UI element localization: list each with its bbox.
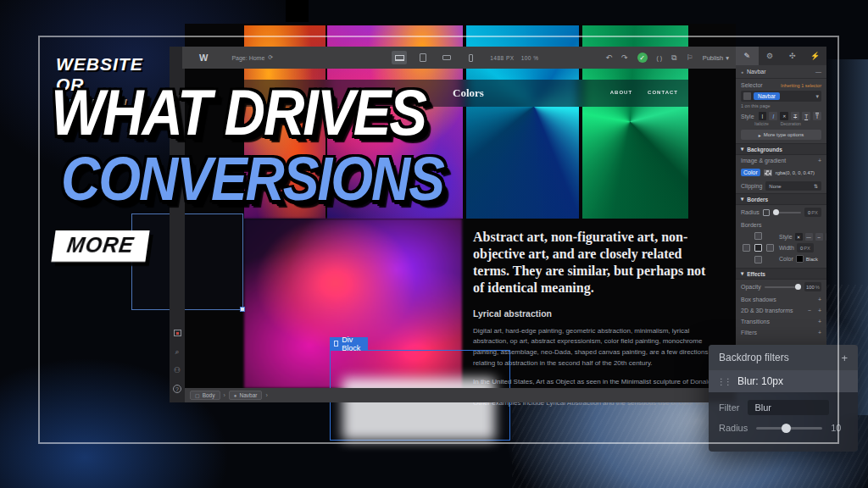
breadcrumb-navbar-label: Navbar xyxy=(239,392,257,398)
canvas-width-value[interactable]: 1488 PX xyxy=(490,55,514,61)
export-code-icon[interactable]: ( ) xyxy=(657,55,663,61)
decoration-strike-button[interactable]: T xyxy=(791,112,799,120)
tab-settings-gear-icon[interactable]: ⚙ xyxy=(759,47,782,65)
caret-right-icon: ▸ xyxy=(759,132,761,138)
help-icon[interactable]: ? xyxy=(172,384,182,394)
decoration-label: Decoration xyxy=(781,121,801,126)
decoration-underline-button[interactable]: T xyxy=(802,112,810,120)
add-filter-icon[interactable]: + xyxy=(818,330,821,336)
undo-icon[interactable]: ↶ xyxy=(605,53,612,62)
mobile-portrait-icon xyxy=(469,54,473,62)
webflow-logo[interactable]: W xyxy=(199,53,208,63)
tablet-icon xyxy=(420,53,426,62)
border-style-dashed-button[interactable]: ╌ xyxy=(815,233,823,241)
backdrop-radius-slider-dot[interactable] xyxy=(782,424,791,433)
tab-interactions-bolt-icon[interactable]: ⚡ xyxy=(804,47,826,65)
about-subheading[interactable]: Lyrical abstraction xyxy=(473,308,719,319)
decoration-overline-button[interactable]: T xyxy=(813,112,821,120)
div-block-badge[interactable]: Div Block xyxy=(330,337,368,350)
site-navbar[interactable]: Colors ABOUT CONTACT xyxy=(244,80,688,107)
decoration-none-button[interactable]: ✕ xyxy=(780,112,788,120)
tab-style-brush-icon[interactable]: ✎ xyxy=(736,47,759,65)
borders-caret-icon: ▾ xyxy=(741,196,743,202)
backdrop-filter-value: Blur xyxy=(754,402,771,413)
publish-label: Publish xyxy=(703,54,724,62)
selected-blur-div[interactable] xyxy=(131,214,243,310)
border-style-solid-button[interactable]: — xyxy=(805,233,813,241)
border-width-box[interactable]: 0 PX xyxy=(797,243,814,252)
video-tutorials-icon[interactable] xyxy=(172,328,182,338)
clipping-label: Clipping xyxy=(741,183,762,189)
nav-link-contact[interactable]: CONTACT xyxy=(648,90,678,95)
more-type-options-label: More type options xyxy=(764,132,804,137)
add-backdrop-filter-icon[interactable]: + xyxy=(841,352,848,364)
selected-element-row: ● Navbar — xyxy=(736,65,826,79)
opacity-slider[interactable] xyxy=(765,286,801,288)
border-all-button[interactable] xyxy=(753,242,764,253)
backdrop-filter-select[interactable]: Blur xyxy=(748,400,829,415)
effects-section-header[interactable]: ▾ Effects xyxy=(736,268,826,280)
about-heading[interactable]: Abstract art, non-figurative art, non-ob… xyxy=(473,229,719,297)
search-icon[interactable]: ⌕ xyxy=(172,347,182,357)
transitions-row: Transitions + xyxy=(736,316,826,327)
device-mobile-landscape-button[interactable] xyxy=(439,51,454,64)
site-brand[interactable]: Colors xyxy=(453,86,484,100)
backdrop-radius-slider[interactable] xyxy=(756,427,822,430)
redo-icon[interactable]: ↷ xyxy=(621,53,628,62)
border-color-swatch[interactable] xyxy=(796,255,804,263)
borders-section-header[interactable]: ▾ Borders xyxy=(736,193,826,205)
radius-value-box[interactable]: 0 PX xyxy=(804,208,821,217)
clipping-select[interactable]: None ⇅ xyxy=(765,181,821,191)
transitions-label: Transitions xyxy=(741,319,770,324)
drag-handle-icon[interactable]: ⋮⋮ xyxy=(717,377,731,386)
selector-field[interactable]: Navbar ▾ xyxy=(741,91,821,102)
breadcrumb-navbar[interactable]: ● Navbar xyxy=(229,391,263,400)
device-mobile-portrait-button[interactable] xyxy=(463,51,478,64)
opacity-label: Opacity xyxy=(741,284,761,290)
device-tablet-button[interactable] xyxy=(415,51,431,64)
more-type-options-button[interactable]: ▸ More type options xyxy=(741,130,821,140)
border-top-button[interactable] xyxy=(753,230,764,241)
publish-button[interactable]: Publish ▾ xyxy=(703,54,729,62)
device-desktop-button[interactable] xyxy=(392,51,407,64)
radius-all-corners-icon[interactable] xyxy=(763,209,770,216)
border-style-dotted-button[interactable]: ┈ xyxy=(826,233,826,241)
border-right-button[interactable] xyxy=(765,242,776,253)
radius-slider-dot[interactable] xyxy=(773,209,779,215)
device-switcher xyxy=(392,51,478,64)
page-selector[interactable]: Page: Home ⟳ xyxy=(231,54,273,61)
mobile-landscape-icon xyxy=(442,55,451,60)
background-color-row: Color rgba(0, 0, 0, 0.47) xyxy=(736,166,826,179)
border-left-button[interactable] xyxy=(741,242,752,253)
background-color-swatch[interactable] xyxy=(764,169,772,176)
border-style-none-button[interactable]: ✕ xyxy=(795,233,803,241)
backgrounds-section-header[interactable]: ▾ Backgrounds xyxy=(736,143,826,155)
resize-handle[interactable] xyxy=(240,307,245,312)
opacity-slider-dot[interactable] xyxy=(795,284,801,290)
nav-link-about[interactable]: ABOUT xyxy=(610,90,632,95)
share-icon[interactable]: ⧉ xyxy=(671,53,676,63)
breadcrumb-bar: ▢ Body › ● Navbar › xyxy=(185,388,736,402)
border-bottom-button[interactable] xyxy=(753,254,764,265)
background-color-value[interactable]: rgba(0, 0, 0, 0.47) xyxy=(776,170,815,175)
tab-style-manager-icon[interactable]: ✣ xyxy=(782,47,804,65)
font-regular-button[interactable]: I xyxy=(759,112,767,120)
font-italic-button[interactable]: I xyxy=(769,112,777,120)
breadcrumb-body[interactable]: ▢ Body xyxy=(190,391,220,400)
add-box-shadow-icon[interactable]: + xyxy=(818,297,821,302)
collapse-icon[interactable]: — xyxy=(815,69,821,75)
add-transition-icon[interactable]: + xyxy=(818,319,821,324)
opacity-value-box[interactable]: 100 % xyxy=(804,282,821,291)
add-transform-icon[interactable]: + xyxy=(818,308,821,313)
backdrop-filter-item[interactable]: ⋮⋮ Blur: 10px xyxy=(709,370,858,392)
notifications-bell-icon[interactable]: ⚐ xyxy=(687,53,693,62)
canvas-zoom-value[interactable]: 100 % xyxy=(521,55,539,61)
invite-users-icon[interactable]: ⚇ xyxy=(172,365,182,375)
selector-caret-icon[interactable]: ▾ xyxy=(815,93,819,100)
selector-class-pill[interactable]: Navbar xyxy=(754,92,780,100)
remove-transform-icon[interactable]: − xyxy=(808,308,811,313)
radius-slider[interactable] xyxy=(773,212,801,214)
background-color-label[interactable]: Color xyxy=(741,169,760,176)
add-image-gradient-icon[interactable]: + xyxy=(818,158,821,164)
inheriting-text[interactable]: Inheriting 1 selector xyxy=(781,83,821,88)
